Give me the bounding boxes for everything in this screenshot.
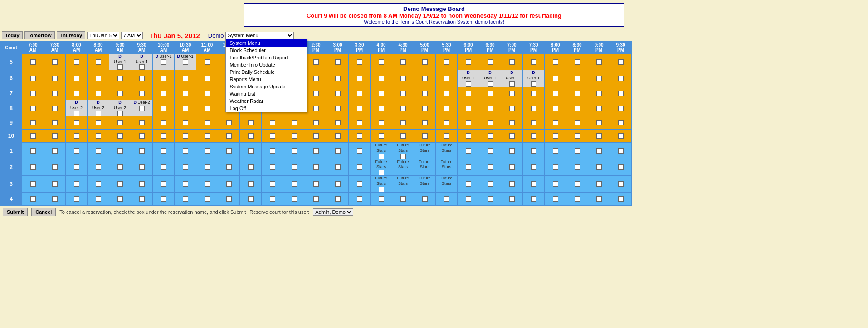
c3-730pm[interactable] xyxy=(523,176,545,192)
c1-730[interactable] xyxy=(44,143,66,159)
c8-700pm[interactable] xyxy=(501,100,523,116)
c2-700[interactable] xyxy=(22,159,44,175)
c8-730[interactable] xyxy=(44,100,66,116)
c2-730pm[interactable] xyxy=(523,159,545,175)
c10-900[interactable] xyxy=(109,130,131,143)
c9-500[interactable] xyxy=(414,116,436,130)
c3-400[interactable]: FutureStars xyxy=(371,176,392,192)
c2-630[interactable] xyxy=(479,159,501,175)
c3-730[interactable] xyxy=(44,176,66,192)
c1-1100[interactable] xyxy=(196,143,218,159)
c2-800pm[interactable] xyxy=(545,159,566,175)
c5-730[interactable] xyxy=(44,54,66,70)
c3-1230[interactable] xyxy=(262,176,283,192)
time-select[interactable]: 7 AM 8 AM 9 AM xyxy=(121,32,143,39)
c3-430[interactable]: FutureStars xyxy=(392,176,414,192)
c4-1130[interactable] xyxy=(218,192,240,205)
c1-1000[interactable] xyxy=(153,143,175,159)
c6-930pm[interactable] xyxy=(610,70,632,87)
c8-930[interactable]: D User-2 xyxy=(131,100,153,116)
c10-830pm[interactable] xyxy=(566,130,588,143)
c9-1230[interactable] xyxy=(262,116,283,130)
c9-700pm[interactable] xyxy=(501,116,523,130)
c9-530[interactable] xyxy=(436,116,458,130)
menu-system-message[interactable]: System Message Update xyxy=(226,83,307,90)
c1-400[interactable]: FutureStars xyxy=(371,143,392,159)
c5-1030[interactable]: D User-1 xyxy=(175,54,196,70)
demo-link[interactable]: Demo xyxy=(208,32,224,39)
c10-330[interactable] xyxy=(349,130,371,143)
c3-630[interactable] xyxy=(479,176,501,192)
c1-530[interactable]: FutureStars xyxy=(436,143,458,159)
c2-730[interactable] xyxy=(44,159,66,175)
c8-900pm[interactable] xyxy=(588,100,610,116)
c7-930[interactable] xyxy=(131,87,153,100)
menu-system-menu[interactable]: System Menu xyxy=(226,39,307,47)
c2-900pm[interactable] xyxy=(588,159,610,175)
c8-830pm[interactable] xyxy=(566,100,588,116)
c3-700pm[interactable] xyxy=(501,176,523,192)
c3-1130[interactable] xyxy=(218,176,240,192)
c5-500[interactable] xyxy=(414,54,436,70)
c7-630[interactable] xyxy=(479,87,501,100)
c8-800[interactable]: DUser-2 xyxy=(66,100,88,116)
c3-930pm[interactable] xyxy=(610,176,632,192)
c6-400[interactable] xyxy=(371,70,392,87)
c3-330[interactable] xyxy=(349,176,371,192)
c10-700[interactable] xyxy=(22,130,44,143)
c2-1200[interactable] xyxy=(240,159,262,175)
c6-800[interactable] xyxy=(66,70,88,87)
c4-830pm[interactable] xyxy=(566,192,588,205)
c2-600[interactable] xyxy=(458,159,479,175)
c2-300[interactable] xyxy=(327,159,349,175)
c10-1230[interactable] xyxy=(262,130,283,143)
user-select[interactable]: Admin, Demo xyxy=(313,208,353,216)
c10-800[interactable] xyxy=(66,130,88,143)
c7-530[interactable] xyxy=(436,87,458,100)
c2-830pm[interactable] xyxy=(566,159,588,175)
system-menu-select[interactable]: System Menu Block Scheduler Feedback/Pro… xyxy=(225,32,294,39)
c5-700pm[interactable] xyxy=(501,54,523,70)
c1-630[interactable] xyxy=(479,143,501,159)
c6-730pm[interactable]: DUser-1 xyxy=(523,70,545,87)
c3-1000[interactable] xyxy=(153,176,175,192)
c1-1130[interactable] xyxy=(218,143,240,159)
c9-900[interactable] xyxy=(109,116,131,130)
c5-530[interactable] xyxy=(436,54,458,70)
c1-830pm[interactable] xyxy=(566,143,588,159)
c1-800pm[interactable] xyxy=(545,143,566,159)
c2-1130[interactable] xyxy=(218,159,240,175)
c4-930[interactable] xyxy=(131,192,153,205)
c10-1100[interactable] xyxy=(196,130,218,143)
c7-1030[interactable] xyxy=(175,87,196,100)
c3-300[interactable] xyxy=(327,176,349,192)
c10-430[interactable] xyxy=(392,130,414,143)
c1-330[interactable] xyxy=(349,143,371,159)
c8-330[interactable] xyxy=(349,100,371,116)
c7-330[interactable] xyxy=(349,87,371,100)
c3-830pm[interactable] xyxy=(566,176,588,192)
c3-1200[interactable] xyxy=(240,176,262,192)
c9-1200[interactable] xyxy=(240,116,262,130)
c4-1030[interactable] xyxy=(175,192,196,205)
c9-600[interactable] xyxy=(458,116,479,130)
c6-830[interactable] xyxy=(88,70,109,87)
c9-800pm[interactable] xyxy=(545,116,566,130)
c1-930[interactable] xyxy=(131,143,153,159)
c2-930pm[interactable] xyxy=(610,159,632,175)
c4-700[interactable] xyxy=(22,192,44,205)
c2-900[interactable] xyxy=(109,159,131,175)
c3-100[interactable] xyxy=(283,176,305,192)
c8-700[interactable] xyxy=(22,100,44,116)
c4-530[interactable] xyxy=(436,192,458,205)
c8-830[interactable]: DUser-2 xyxy=(88,100,109,116)
c7-700pm[interactable] xyxy=(501,87,523,100)
c10-830[interactable] xyxy=(88,130,109,143)
c1-500[interactable]: FutureStars xyxy=(414,143,436,159)
c9-930[interactable] xyxy=(131,116,153,130)
c3-1100[interactable] xyxy=(196,176,218,192)
c2-1230[interactable] xyxy=(262,159,283,175)
c8-800pm[interactable] xyxy=(545,100,566,116)
c6-700pm[interactable]: DUser-1 xyxy=(501,70,523,87)
c2-230[interactable] xyxy=(305,159,327,175)
